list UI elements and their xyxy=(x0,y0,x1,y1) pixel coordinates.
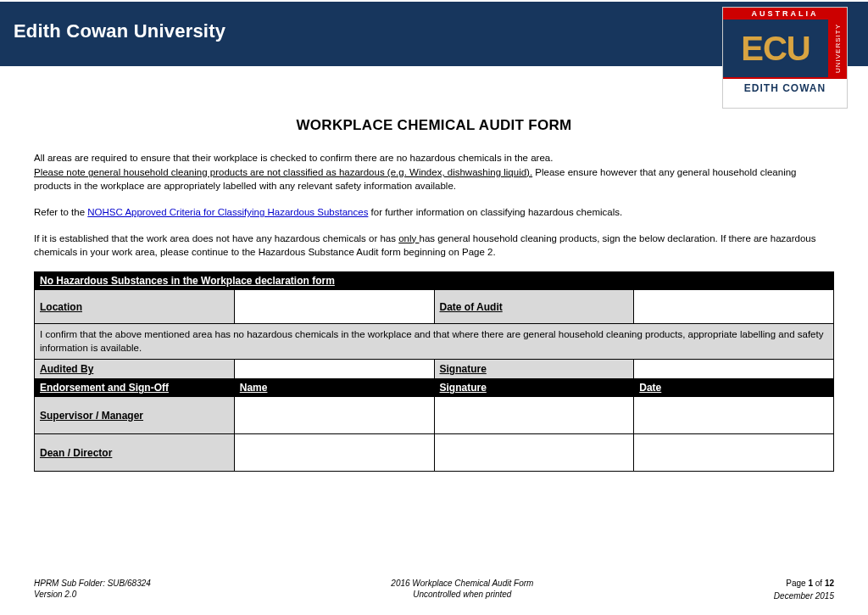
confirm-text: I confirm that the above mentioned area … xyxy=(35,324,834,360)
date-audit-label: Date of Audit xyxy=(434,290,634,324)
signature-label: Signature xyxy=(434,360,634,379)
name-header: Name xyxy=(234,379,434,397)
declaration-paragraph: If it is established that the work area … xyxy=(34,232,834,260)
page-footer: HPRM Sub Folder: SUB/68324 Version 2.0 2… xyxy=(34,578,834,601)
location-label: Location xyxy=(35,290,235,324)
logo-side-text: UNIVERSITY xyxy=(828,20,847,77)
supervisor-label: Supervisor / Manager xyxy=(35,397,235,434)
location-input[interactable] xyxy=(234,290,434,324)
supervisor-date-input[interactable] xyxy=(634,397,834,434)
nohsc-link[interactable]: NOHSC Approved Criteria for Classifying … xyxy=(87,207,368,217)
signature-input[interactable] xyxy=(634,360,834,379)
date-header: Date xyxy=(634,379,834,397)
logo-main-text: ECU xyxy=(723,20,828,77)
declaration-table: No Hazardous Substances in the Workplace… xyxy=(34,271,834,472)
footer-left: HPRM Sub Folder: SUB/68324 Version 2.0 xyxy=(34,578,151,601)
audited-by-input[interactable] xyxy=(234,360,434,379)
footer-right: Page 1 of 12 December 2015 xyxy=(774,578,834,601)
intro-paragraph-1: All areas are required to ensure that th… xyxy=(34,151,834,193)
confirm-row: I confirm that the above mentioned area … xyxy=(35,324,834,360)
audited-by-row: Audited By Signature xyxy=(35,360,834,379)
footer-date: December 2015 xyxy=(774,590,834,601)
page-number: Page 1 of 12 xyxy=(774,578,834,589)
endorsement-header-row: Endorsement and Sign-Off Name Signature … xyxy=(35,379,834,397)
ecu-logo: AUSTRALIA ECU UNIVERSITY EDITH COWAN xyxy=(722,7,848,109)
footer-center: 2016 Workplace Chemical Audit Form Uncon… xyxy=(391,578,533,601)
refer-post: for further information on classifying h… xyxy=(368,207,622,217)
logo-top-text: AUSTRALIA xyxy=(723,8,847,20)
table-header-cell: No Hazardous Substances in the Workplace… xyxy=(35,272,834,290)
dean-sig-input[interactable] xyxy=(434,434,634,472)
table-header-row: No Hazardous Substances in the Workplace… xyxy=(35,272,834,290)
audited-by-label: Audited By xyxy=(35,360,235,379)
decl-only: only xyxy=(398,233,419,243)
footer-hprm: HPRM Sub Folder: SUB/68324 xyxy=(34,578,151,589)
decl-part1: If it is established that the work area … xyxy=(34,233,398,243)
dean-name-input[interactable] xyxy=(234,434,434,472)
refer-pre: Refer to the xyxy=(34,207,87,217)
intro-note-underline: Please note general household cleaning p… xyxy=(34,167,532,177)
footer-uncontrolled: Uncontrolled when printed xyxy=(391,589,533,600)
footer-version: Version 2.0 xyxy=(34,589,151,600)
endorsement-label: Endorsement and Sign-Off xyxy=(35,379,235,397)
document-content: WORKPLACE CHEMICAL AUDIT FORM All areas … xyxy=(0,66,868,472)
dean-label: Dean / Director xyxy=(35,434,235,472)
intro-line1: All areas are required to ensure that th… xyxy=(34,153,553,163)
refer-paragraph: Refer to the NOHSC Approved Criteria for… xyxy=(34,205,834,220)
date-audit-input[interactable] xyxy=(634,290,834,324)
form-title: WORKPLACE CHEMICAL AUDIT FORM xyxy=(34,117,834,134)
supervisor-name-input[interactable] xyxy=(234,397,434,434)
signature-header: Signature xyxy=(434,379,634,397)
dean-row: Dean / Director xyxy=(35,434,834,472)
footer-doc-title: 2016 Workplace Chemical Audit Form xyxy=(391,578,533,589)
supervisor-row: Supervisor / Manager xyxy=(35,397,834,434)
page-header: Edith Cowan University AUSTRALIA ECU UNI… xyxy=(0,0,868,66)
supervisor-sig-input[interactable] xyxy=(434,397,634,434)
dean-date-input[interactable] xyxy=(634,434,834,472)
logo-bottom-text: EDITH COWAN xyxy=(723,77,847,98)
location-row: Location Date of Audit xyxy=(35,290,834,324)
